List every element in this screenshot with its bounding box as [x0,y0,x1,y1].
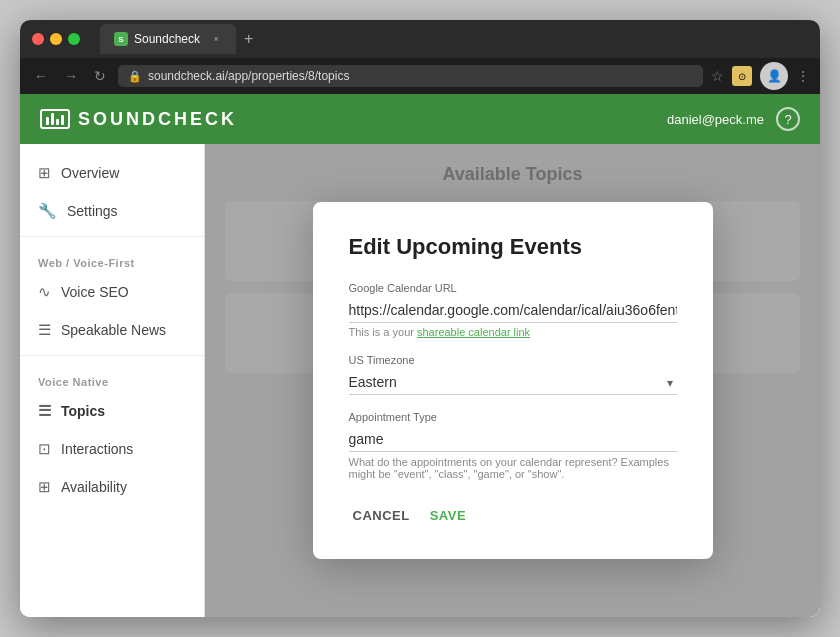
forward-button[interactable]: → [60,66,82,86]
sidebar-label-settings: Settings [67,203,118,219]
appointment-type-label: Appointment Type [349,411,677,423]
close-traffic-light[interactable] [32,33,44,45]
section-voice-native: Voice Native [20,362,204,392]
sidebar-label-topics: Topics [61,403,105,419]
topics-icon: ☰ [38,402,51,420]
tab-favicon: S [114,32,128,46]
app-body: ⊞ Overview 🔧 Settings Web / Voice-First … [20,144,820,617]
voice-seo-icon: ∿ [38,283,51,301]
tab-label: Soundcheck [134,32,200,46]
browser-titlebar: S Soundcheck × + [20,20,820,58]
appointment-type-group: Appointment Type What do the appointment… [349,411,677,480]
sidebar-item-topics[interactable]: ☰ Topics [20,392,204,430]
logo-bars [46,113,64,125]
address-bar[interactable]: 🔒 soundcheck.ai/app/properties/8/topics [118,65,703,87]
appointment-type-hint: What do the appointments on your calenda… [349,456,677,480]
timezone-group: US Timezone Eastern Central Mountain Pac… [349,354,677,395]
modal-overlay: Edit Upcoming Events Google Calendar URL… [205,144,820,617]
bookmark-icon[interactable]: ☆ [711,68,724,84]
sidebar-label-voice-seo: Voice SEO [61,284,129,300]
shareable-calendar-link[interactable]: shareable calendar link [417,326,530,338]
sidebar-item-overview[interactable]: ⊞ Overview [20,154,204,192]
sidebar-item-settings[interactable]: 🔧 Settings [20,192,204,230]
section-web-voicefirst: Web / Voice-First [20,243,204,273]
profile-avatar[interactable]: 👤 [760,62,788,90]
browser-tab-soundcheck[interactable]: S Soundcheck × [100,24,236,54]
appointment-type-input[interactable] [349,427,677,452]
sidebar-label-speakable-news: Speakable News [61,322,166,338]
user-email: daniel@peck.me [667,112,764,127]
header-right: daniel@peck.me ? [667,107,800,131]
overview-icon: ⊞ [38,164,51,182]
bar3 [56,119,59,125]
interactions-icon: ⊡ [38,440,51,458]
sidebar-divider-1 [20,236,204,237]
calendar-hint: This is a your shareable calendar link [349,326,677,338]
sidebar-label-interactions: Interactions [61,441,133,457]
help-button[interactable]: ? [776,107,800,131]
lock-icon: 🔒 [128,70,142,83]
refresh-button[interactable]: ↻ [90,66,110,86]
app-logo: SOUNDCHECK [40,109,237,130]
sidebar-item-interactions[interactable]: ⊡ Interactions [20,430,204,468]
app-container: SOUNDCHECK daniel@peck.me ? ⊞ Overview 🔧… [20,94,820,617]
extension-icon-1[interactable]: ⊙ [732,66,752,86]
google-calendar-url-input[interactable] [349,298,677,323]
sidebar: ⊞ Overview 🔧 Settings Web / Voice-First … [20,144,205,617]
save-button[interactable]: SAVE [426,500,470,531]
tab-close-button[interactable]: × [210,33,222,45]
modal-title: Edit Upcoming Events [349,234,677,260]
modal-actions: CANCEL SAVE [349,500,677,531]
url-text: soundcheck.ai/app/properties/8/topics [148,69,693,83]
timezone-select-wrapper: Eastern Central Mountain Pacific Alaska … [349,370,677,395]
back-button[interactable]: ← [30,66,52,86]
main-content: Available Topics Edit Upcoming Events Go… [205,144,820,617]
speakable-news-icon: ☰ [38,321,51,339]
sidebar-item-availability[interactable]: ⊞ Availability [20,468,204,506]
google-calendar-url-group: Google Calendar URL This is a your share… [349,282,677,338]
logo-text: SOUNDCHECK [78,109,237,130]
traffic-lights [32,33,80,45]
sidebar-label-availability: Availability [61,479,127,495]
timezone-label: US Timezone [349,354,677,366]
maximize-traffic-light[interactable] [68,33,80,45]
browser-addressbar: ← → ↻ 🔒 soundcheck.ai/app/properties/8/t… [20,58,820,94]
settings-icon: 🔧 [38,202,57,220]
app-header: SOUNDCHECK daniel@peck.me ? [20,94,820,144]
calendar-hint-text: This is a your [349,326,414,338]
sidebar-item-voice-seo[interactable]: ∿ Voice SEO [20,273,204,311]
timezone-select[interactable]: Eastern Central Mountain Pacific Alaska … [349,370,677,395]
sidebar-label-overview: Overview [61,165,119,181]
browser-window: S Soundcheck × + ← → ↻ 🔒 soundcheck.ai/a… [20,20,820,617]
logo-icon [40,109,70,129]
bar1 [46,117,49,125]
google-calendar-url-label: Google Calendar URL [349,282,677,294]
availability-icon: ⊞ [38,478,51,496]
bar2 [51,113,54,125]
cancel-button[interactable]: CANCEL [349,500,414,531]
sidebar-item-speakable-news[interactable]: ☰ Speakable News [20,311,204,349]
tab-bar: S Soundcheck × + [100,24,808,54]
new-tab-button[interactable]: + [236,30,261,48]
minimize-traffic-light[interactable] [50,33,62,45]
bar4 [61,115,64,125]
sidebar-divider-2 [20,355,204,356]
edit-modal: Edit Upcoming Events Google Calendar URL… [313,202,713,559]
menu-icon[interactable]: ⋮ [796,68,810,84]
address-bar-icons: ☆ ⊙ 👤 ⋮ [711,62,810,90]
